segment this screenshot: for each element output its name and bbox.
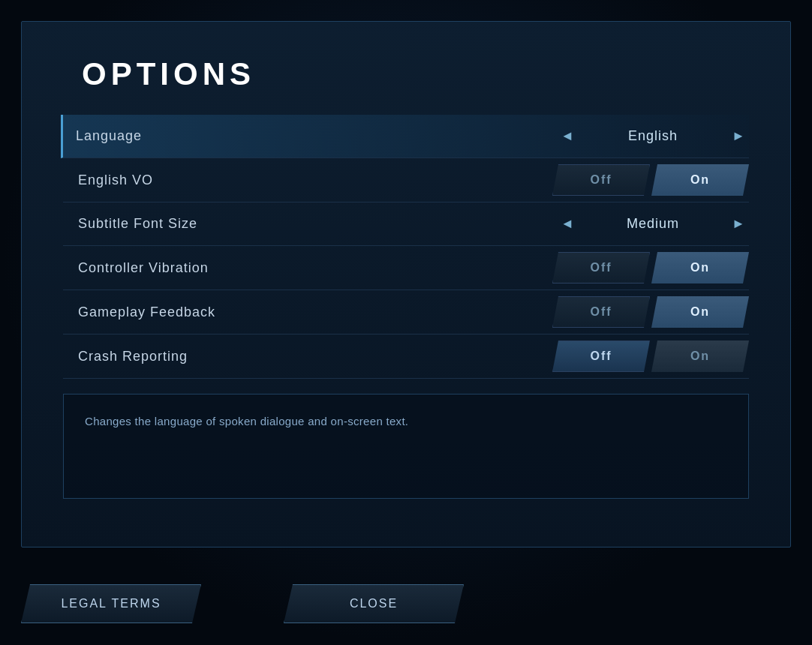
subtitle-font-size-control: ◄ Medium ► (509, 210, 749, 238)
english-vo-row: English VO Off On (63, 158, 749, 202)
gameplay-feedback-control: Off On (552, 296, 749, 328)
subtitle-font-size-value: Medium (578, 216, 728, 232)
controller-vibration-on-button[interactable]: On (651, 252, 749, 284)
controller-vibration-control: Off On (552, 252, 749, 284)
language-row: Language ◄ English ► (61, 115, 749, 158)
english-vo-control: Off On (552, 164, 749, 196)
english-vo-label: English VO (63, 172, 552, 188)
english-vo-on-button[interactable]: On (651, 164, 749, 196)
bottom-bar: Legal Terms Close (0, 562, 812, 645)
close-button[interactable]: Close (284, 584, 464, 623)
gameplay-feedback-off-button[interactable]: Off (552, 296, 650, 328)
crash-reporting-off-button[interactable]: Off (552, 340, 650, 372)
controller-vibration-row: Controller Vibration Off On (63, 246, 749, 290)
close-btn-wrapper: Close (284, 584, 464, 623)
crash-reporting-row: Crash Reporting Off On (63, 334, 749, 379)
crash-reporting-control: Off On (552, 340, 749, 372)
description-box: Changes the language of spoken dialogue … (63, 394, 749, 499)
gameplay-feedback-row: Gameplay Feedback Off On (63, 290, 749, 334)
subtitle-font-size-next-button[interactable]: ► (728, 210, 749, 238)
language-label: Language (63, 128, 509, 144)
options-list: Language ◄ English ► English VO Off On S… (63, 115, 749, 379)
language-prev-button[interactable]: ◄ (557, 122, 578, 151)
page-title: OPTIONS (22, 22, 790, 115)
subtitle-font-size-row: Subtitle Font Size ◄ Medium ► (63, 202, 749, 246)
subtitle-font-size-label: Subtitle Font Size (63, 216, 509, 232)
gameplay-feedback-label: Gameplay Feedback (63, 304, 552, 320)
controller-vibration-off-button[interactable]: Off (552, 252, 650, 284)
controller-vibration-label: Controller Vibration (63, 260, 552, 276)
options-dialog: OPTIONS Language ◄ English ► English VO … (21, 21, 791, 548)
gameplay-feedback-on-button[interactable]: On (651, 296, 749, 328)
language-next-button[interactable]: ► (728, 122, 749, 151)
language-value: English (578, 128, 728, 144)
crash-reporting-on-button[interactable]: On (651, 340, 749, 372)
language-control: ◄ English ► (509, 122, 749, 151)
english-vo-off-button[interactable]: Off (552, 164, 650, 196)
legal-terms-button[interactable]: Legal Terms (21, 584, 201, 623)
crash-reporting-label: Crash Reporting (63, 349, 552, 364)
description-text: Changes the language of spoken dialogue … (85, 415, 408, 428)
subtitle-font-size-prev-button[interactable]: ◄ (557, 210, 578, 238)
